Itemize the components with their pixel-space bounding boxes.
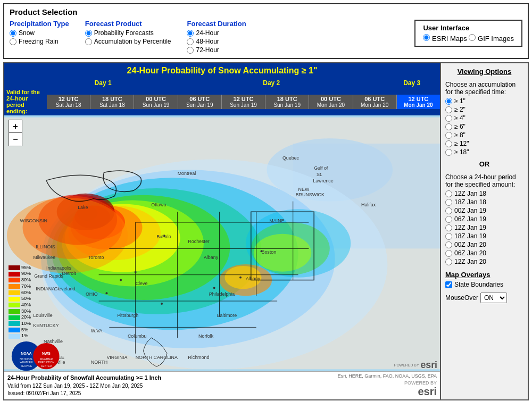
slot-00utc-jan19[interactable]: 00 UTC Sun Jan 19 [134,95,177,109]
zoom-in-button[interactable]: + [9,120,22,133]
accum-18in-radio[interactable] [445,149,452,156]
period-06z-jan20-radio[interactable] [445,250,452,257]
slot-06utc-jan20[interactable]: 06 UTC Mon Jan 20 [353,95,396,109]
period-00z-jan20-radio[interactable] [445,241,452,248]
slot-18utc-jan19[interactable]: 18 UTC Sun Jan 19 [265,95,309,109]
legend-label-60: 60% [21,290,31,296]
map-image[interactable]: WISCONSIN ILLINOIS INDIANA KENTUCKY TENN… [4,115,440,371]
accumulation-radio[interactable] [85,38,92,45]
slot-00utc-jan20[interactable]: 00 UTC Mon Jan 20 [309,95,352,109]
period-06z-jan20[interactable]: 06Z Jan 20 [445,249,523,257]
map-overlays-title: Map Overlays [445,271,523,279]
48hr-radio[interactable] [187,38,194,45]
svg-text:Albany: Albany [246,276,261,281]
48hr-option[interactable]: 48-Hour [187,38,246,45]
state-boundaries-item[interactable]: State Boundaries [445,281,523,288]
svg-text:VIRGINIA: VIRGINIA [106,355,127,360]
valid-row: Valid for the 24-hourperiod ending: 12 U… [4,88,440,115]
period-12z-jan20[interactable]: 12Z Jan 20 [445,258,523,265]
period-12z-jan18[interactable]: 12Z Jan 18 [445,190,523,197]
gif-images-radio[interactable] [469,34,476,41]
svg-text:NORTH: NORTH [151,370,168,371]
period-18z-jan19-radio[interactable] [445,233,452,240]
period-00z-jan19-radio[interactable] [445,207,452,214]
period-18z-jan18[interactable]: 18Z Jan 18 [445,198,523,206]
powered-by-text: POWERED BY [404,380,437,386]
accum-4in-radio[interactable] [445,115,452,122]
snow-label: Snow [19,29,35,37]
period-00z-jan20[interactable]: 00Z Jan 20 [445,241,523,248]
period-18z-jan19[interactable]: 18Z Jan 19 [445,232,523,240]
svg-text:Montreal: Montreal [178,171,196,176]
svg-point-89 [105,292,107,294]
accum-8in-item[interactable]: ≥ 8" [445,131,523,139]
slot-18utc-jan18[interactable]: 18 UTC Sat Jan 18 [90,95,134,109]
72hr-option[interactable]: 72-Hour [187,46,246,54]
accum-6in-item[interactable]: ≥ 6" [445,123,523,130]
probability-option[interactable]: Probability Forecasts [85,29,171,37]
snow-radio[interactable] [10,30,16,37]
accum-6in-radio[interactable] [445,123,452,130]
svg-text:Quebec: Quebec [282,155,300,161]
state-boundaries-label: State Boundaries [454,281,503,288]
probability-radio[interactable] [85,30,92,37]
period-12z-jan19-radio[interactable] [445,224,452,231]
freezing-rain-option[interactable]: Freezing Rain [10,38,69,45]
accumulation-option[interactable]: Accumulation by Percentile [85,38,171,45]
period-12z-jan20-radio[interactable] [445,258,452,265]
snow-option[interactable]: Snow [10,29,69,37]
period-00z-jan19[interactable]: 00Z Jan 19 [445,207,523,214]
slot-06utc-jan19[interactable]: 06 UTC Sun Jan 19 [178,95,221,109]
svg-text:BRUNSWICK: BRUNSWICK [296,192,325,197]
slot-12utc-jan18[interactable]: 12 UTC Sat Jan 18 [47,95,90,109]
freezing-rain-label: Freezing Rain [19,38,59,45]
mouseover-select[interactable]: ON OFF [480,293,507,303]
esri-maps-option[interactable]: ESRI Maps [423,35,469,43]
period-06z-jan19-radio[interactable] [445,216,452,223]
esri-maps-radio[interactable] [423,34,430,41]
precip-type-group: Precipitation Type Snow Freezing Rain [10,20,69,46]
svg-text:NORTH CAROLINA: NORTH CAROLINA [136,355,178,360]
state-boundaries-checkbox[interactable] [445,281,452,288]
legend-swatch-10 [9,321,20,326]
accum-2in-radio[interactable] [445,106,452,113]
slot-12utc-jan19[interactable]: 12 UTC Sun Jan 19 [221,95,265,109]
svg-point-90 [161,303,163,305]
accum-18in-item[interactable]: ≥ 18" [445,148,523,156]
slot-12utc-jan20[interactable]: 12 UTC Mon Jan 20 [396,95,440,109]
accum-1in-item[interactable]: ≥ 1" [445,97,523,105]
legend-swatch-1 [9,334,20,339]
svg-text:NATIONAL: NATIONAL [20,358,33,361]
accum-12in-item[interactable]: ≥ 12" [445,140,523,147]
zoom-out-button[interactable]: − [9,133,22,146]
gif-images-option[interactable]: GIF Images [469,35,514,43]
24hr-option[interactable]: 24-Hour [187,29,246,37]
72hr-label: 72-Hour [196,46,219,54]
72hr-radio[interactable] [187,47,194,54]
accum-2in-label: ≥ 2" [454,106,466,113]
accum-12in-radio[interactable] [445,140,452,147]
accum-4in-item[interactable]: ≥ 4" [445,114,523,122]
svg-text:WISCONSIN: WISCONSIN [20,218,47,223]
map-footer: 24-Hour Probability of Snowfall Accumula… [4,371,440,399]
accum-8in-radio[interactable] [445,132,452,139]
period-18z-jan18-radio[interactable] [445,199,452,206]
legend-5: 5% [9,327,31,333]
freezing-rain-radio[interactable] [10,38,16,45]
period-12z-jan18-radio[interactable] [445,190,452,197]
legend-swatch-70 [9,284,20,289]
svg-text:Boston: Boston [262,249,277,255]
svg-text:Lake: Lake [78,205,88,210]
accum-1in-radio[interactable] [445,98,452,105]
svg-text:NEW: NEW [298,187,310,192]
right-panel: Viewing Options Choose an accumulationfo… [440,63,528,399]
svg-text:Cleve: Cleve [136,281,148,286]
24hr-radio[interactable] [187,30,194,37]
legend-1: 1% [9,333,31,339]
accum-2in-item[interactable]: ≥ 2" [445,106,523,113]
accum-12in-label: ≥ 12" [454,140,469,147]
esri-attribution-text: Esri, HERE, Garmin, FAO, NOAA, USGS, EPA [338,373,437,379]
period-06z-jan19[interactable]: 06Z Jan 19 [445,215,523,223]
period-12z-jan19[interactable]: 12Z Jan 19 [445,224,523,231]
footer-issued: Issued: 0910Z/Fri Jan 17, 2025 [7,390,81,396]
